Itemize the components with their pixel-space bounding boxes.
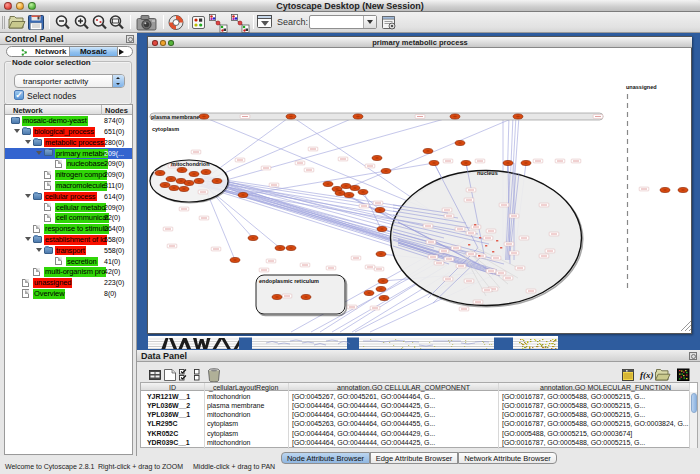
svg-text:unassigned: unassigned [626,84,657,90]
svg-text:f(x): f(x) [640,370,654,380]
svg-text:cytoplasm: cytoplasm [152,126,179,132]
svg-text:plasma membrane: plasma membrane [151,114,199,120]
svg-text:mitochondrion: mitochondrion [171,161,210,167]
svg-text:nucleus: nucleus [477,170,498,176]
svg-text:endoplasmic reticulum: endoplasmic reticulum [259,278,319,284]
